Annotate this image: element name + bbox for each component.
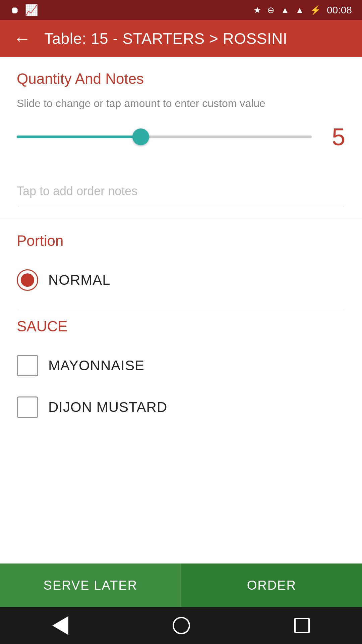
notes-input-wrapper: [0, 177, 362, 219]
quantity-section: Quantity And Notes Slide to change or ta…: [0, 57, 362, 177]
radio-normal[interactable]: [17, 269, 38, 291]
quantity-value[interactable]: 5: [322, 123, 345, 151]
serve-later-button[interactable]: SERVE LATER: [0, 564, 181, 607]
quantity-slider-row: 5: [17, 123, 345, 151]
record-icon: ⏺: [10, 5, 19, 16]
sauce-dijon-label: DIJON MUSTARD: [48, 399, 167, 415]
nav-back-button[interactable]: [52, 616, 68, 635]
status-bar: ⏺ 📈 ★ ⊖ ▲ ▲ ⚡ 00:08: [0, 0, 362, 20]
nav-bar: [0, 607, 362, 644]
quantity-subtitle: Slide to change or tap amount to enter c…: [17, 97, 345, 110]
activity-icon: 📈: [25, 4, 38, 16]
slider-fill: [17, 136, 141, 138]
status-time: 00:08: [327, 4, 352, 16]
portion-normal-label: NORMAL: [48, 272, 111, 288]
wifi-icon: ▲: [281, 5, 289, 15]
app-bar-title: Table: 15 - STARTERS > ROSSINI: [44, 30, 287, 48]
sauce-mayonnaise-label: MAYONNAISE: [48, 358, 144, 374]
checkbox-mayonnaise[interactable]: ✓: [17, 355, 38, 376]
portion-section-title: Portion: [17, 232, 345, 249]
portion-option-normal[interactable]: NORMAL: [17, 259, 345, 301]
nav-recents-button[interactable]: [294, 618, 310, 633]
home-circle-icon: [173, 617, 190, 634]
sauce-option-dijon[interactable]: ✓ DIJON MUSTARD: [17, 386, 345, 428]
minus-circle-icon: ⊖: [267, 5, 275, 15]
bluetooth-icon: ★: [253, 5, 261, 15]
radio-normal-fill: [21, 273, 34, 287]
signal-icon: ▲: [295, 5, 304, 15]
sauce-section: SAUCE ✓ MAYONNAISE ✓ DIJON MUSTARD: [0, 311, 362, 438]
nav-home-button[interactable]: [173, 617, 190, 634]
sauce-option-mayonnaise[interactable]: ✓ MAYONNAISE: [17, 345, 345, 386]
quantity-slider[interactable]: [17, 128, 312, 145]
back-button[interactable]: ←: [13, 29, 31, 49]
sauce-section-title: SAUCE: [17, 318, 345, 335]
notes-input[interactable]: [17, 177, 345, 205]
battery-icon: ⚡: [310, 5, 321, 15]
status-right-icons: ★ ⊖ ▲ ▲ ⚡ 00:08: [253, 4, 352, 16]
checkbox-dijon[interactable]: ✓: [17, 396, 38, 418]
back-triangle-icon: [52, 616, 68, 635]
recents-square-icon: [294, 618, 310, 633]
portion-section: Portion NORMAL: [0, 219, 362, 311]
quantity-section-title: Quantity And Notes: [17, 70, 345, 87]
slider-track: [17, 136, 312, 138]
slider-thumb[interactable]: [132, 128, 149, 145]
action-bar: SERVE LATER ORDER: [0, 564, 362, 607]
order-button[interactable]: ORDER: [181, 564, 362, 607]
app-bar: ← Table: 15 - STARTERS > ROSSINI: [0, 20, 362, 57]
status-left-icons: ⏺ 📈: [10, 4, 38, 16]
main-content: Quantity And Notes Slide to change or ta…: [0, 57, 362, 564]
